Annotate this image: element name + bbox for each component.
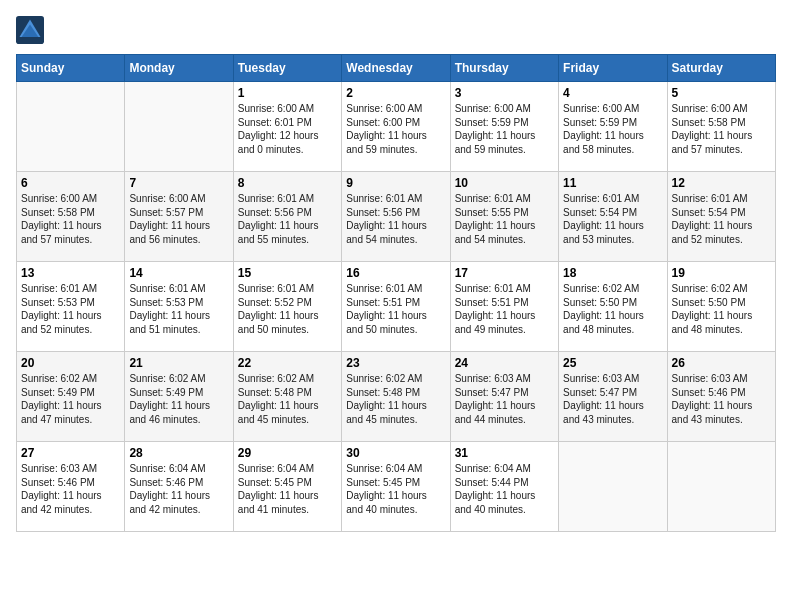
day-info: Sunrise: 6:00 AM Sunset: 5:58 PM Dayligh… [21, 192, 120, 246]
day-number: 6 [21, 176, 120, 190]
day-info: Sunrise: 6:04 AM Sunset: 5:45 PM Dayligh… [346, 462, 445, 516]
week-row-5: 27Sunrise: 6:03 AM Sunset: 5:46 PM Dayli… [17, 442, 776, 532]
week-row-1: 1Sunrise: 6:00 AM Sunset: 6:01 PM Daylig… [17, 82, 776, 172]
week-row-2: 6Sunrise: 6:00 AM Sunset: 5:58 PM Daylig… [17, 172, 776, 262]
week-row-4: 20Sunrise: 6:02 AM Sunset: 5:49 PM Dayli… [17, 352, 776, 442]
calendar-header-row: SundayMondayTuesdayWednesdayThursdayFrid… [17, 55, 776, 82]
calendar-cell: 6Sunrise: 6:00 AM Sunset: 5:58 PM Daylig… [17, 172, 125, 262]
calendar-cell: 4Sunrise: 6:00 AM Sunset: 5:59 PM Daylig… [559, 82, 667, 172]
day-number: 14 [129, 266, 228, 280]
day-info: Sunrise: 6:00 AM Sunset: 5:59 PM Dayligh… [563, 102, 662, 156]
day-number: 11 [563, 176, 662, 190]
day-number: 23 [346, 356, 445, 370]
day-info: Sunrise: 6:01 AM Sunset: 5:54 PM Dayligh… [563, 192, 662, 246]
day-info: Sunrise: 6:03 AM Sunset: 5:47 PM Dayligh… [563, 372, 662, 426]
calendar-cell [559, 442, 667, 532]
day-info: Sunrise: 6:01 AM Sunset: 5:56 PM Dayligh… [346, 192, 445, 246]
day-number: 30 [346, 446, 445, 460]
day-info: Sunrise: 6:02 AM Sunset: 5:49 PM Dayligh… [21, 372, 120, 426]
day-info: Sunrise: 6:00 AM Sunset: 5:57 PM Dayligh… [129, 192, 228, 246]
calendar-cell: 2Sunrise: 6:00 AM Sunset: 6:00 PM Daylig… [342, 82, 450, 172]
calendar-cell: 19Sunrise: 6:02 AM Sunset: 5:50 PM Dayli… [667, 262, 775, 352]
calendar-cell: 13Sunrise: 6:01 AM Sunset: 5:53 PM Dayli… [17, 262, 125, 352]
calendar-cell: 9Sunrise: 6:01 AM Sunset: 5:56 PM Daylig… [342, 172, 450, 262]
day-info: Sunrise: 6:01 AM Sunset: 5:53 PM Dayligh… [129, 282, 228, 336]
day-info: Sunrise: 6:02 AM Sunset: 5:49 PM Dayligh… [129, 372, 228, 426]
day-info: Sunrise: 6:03 AM Sunset: 5:46 PM Dayligh… [21, 462, 120, 516]
page-header [16, 16, 776, 44]
day-number: 4 [563, 86, 662, 100]
calendar-cell: 21Sunrise: 6:02 AM Sunset: 5:49 PM Dayli… [125, 352, 233, 442]
day-info: Sunrise: 6:01 AM Sunset: 5:51 PM Dayligh… [455, 282, 554, 336]
day-info: Sunrise: 6:01 AM Sunset: 5:55 PM Dayligh… [455, 192, 554, 246]
calendar-cell: 3Sunrise: 6:00 AM Sunset: 5:59 PM Daylig… [450, 82, 558, 172]
day-info: Sunrise: 6:04 AM Sunset: 5:46 PM Dayligh… [129, 462, 228, 516]
header-tuesday: Tuesday [233, 55, 341, 82]
day-info: Sunrise: 6:02 AM Sunset: 5:50 PM Dayligh… [563, 282, 662, 336]
day-number: 7 [129, 176, 228, 190]
day-info: Sunrise: 6:02 AM Sunset: 5:48 PM Dayligh… [346, 372, 445, 426]
day-number: 12 [672, 176, 771, 190]
day-info: Sunrise: 6:03 AM Sunset: 5:47 PM Dayligh… [455, 372, 554, 426]
day-info: Sunrise: 6:02 AM Sunset: 5:50 PM Dayligh… [672, 282, 771, 336]
header-friday: Friday [559, 55, 667, 82]
day-info: Sunrise: 6:04 AM Sunset: 5:44 PM Dayligh… [455, 462, 554, 516]
day-info: Sunrise: 6:01 AM Sunset: 5:56 PM Dayligh… [238, 192, 337, 246]
day-number: 17 [455, 266, 554, 280]
day-info: Sunrise: 6:00 AM Sunset: 5:58 PM Dayligh… [672, 102, 771, 156]
calendar-cell: 30Sunrise: 6:04 AM Sunset: 5:45 PM Dayli… [342, 442, 450, 532]
calendar-cell: 17Sunrise: 6:01 AM Sunset: 5:51 PM Dayli… [450, 262, 558, 352]
day-number: 19 [672, 266, 771, 280]
day-info: Sunrise: 6:01 AM Sunset: 5:51 PM Dayligh… [346, 282, 445, 336]
calendar-cell: 24Sunrise: 6:03 AM Sunset: 5:47 PM Dayli… [450, 352, 558, 442]
day-number: 2 [346, 86, 445, 100]
calendar-cell: 5Sunrise: 6:00 AM Sunset: 5:58 PM Daylig… [667, 82, 775, 172]
day-info: Sunrise: 6:01 AM Sunset: 5:52 PM Dayligh… [238, 282, 337, 336]
calendar-cell: 27Sunrise: 6:03 AM Sunset: 5:46 PM Dayli… [17, 442, 125, 532]
day-number: 18 [563, 266, 662, 280]
calendar-cell: 12Sunrise: 6:01 AM Sunset: 5:54 PM Dayli… [667, 172, 775, 262]
calendar-cell: 23Sunrise: 6:02 AM Sunset: 5:48 PM Dayli… [342, 352, 450, 442]
calendar-cell: 25Sunrise: 6:03 AM Sunset: 5:47 PM Dayli… [559, 352, 667, 442]
calendar-cell: 26Sunrise: 6:03 AM Sunset: 5:46 PM Dayli… [667, 352, 775, 442]
day-number: 24 [455, 356, 554, 370]
day-number: 28 [129, 446, 228, 460]
day-number: 22 [238, 356, 337, 370]
week-row-3: 13Sunrise: 6:01 AM Sunset: 5:53 PM Dayli… [17, 262, 776, 352]
calendar-cell: 1Sunrise: 6:00 AM Sunset: 6:01 PM Daylig… [233, 82, 341, 172]
day-info: Sunrise: 6:01 AM Sunset: 5:54 PM Dayligh… [672, 192, 771, 246]
calendar-cell: 20Sunrise: 6:02 AM Sunset: 5:49 PM Dayli… [17, 352, 125, 442]
day-number: 5 [672, 86, 771, 100]
header-wednesday: Wednesday [342, 55, 450, 82]
day-number: 25 [563, 356, 662, 370]
day-number: 26 [672, 356, 771, 370]
calendar-cell [125, 82, 233, 172]
calendar-cell: 7Sunrise: 6:00 AM Sunset: 5:57 PM Daylig… [125, 172, 233, 262]
day-number: 29 [238, 446, 337, 460]
day-number: 27 [21, 446, 120, 460]
header-monday: Monday [125, 55, 233, 82]
header-sunday: Sunday [17, 55, 125, 82]
logo-icon [16, 16, 44, 44]
calendar-cell: 8Sunrise: 6:01 AM Sunset: 5:56 PM Daylig… [233, 172, 341, 262]
day-number: 10 [455, 176, 554, 190]
calendar-cell: 18Sunrise: 6:02 AM Sunset: 5:50 PM Dayli… [559, 262, 667, 352]
day-info: Sunrise: 6:00 AM Sunset: 6:01 PM Dayligh… [238, 102, 337, 156]
day-number: 20 [21, 356, 120, 370]
day-number: 13 [21, 266, 120, 280]
day-number: 21 [129, 356, 228, 370]
calendar-cell: 15Sunrise: 6:01 AM Sunset: 5:52 PM Dayli… [233, 262, 341, 352]
calendar-cell: 28Sunrise: 6:04 AM Sunset: 5:46 PM Dayli… [125, 442, 233, 532]
calendar-table: SundayMondayTuesdayWednesdayThursdayFrid… [16, 54, 776, 532]
day-info: Sunrise: 6:00 AM Sunset: 6:00 PM Dayligh… [346, 102, 445, 156]
calendar-cell: 22Sunrise: 6:02 AM Sunset: 5:48 PM Dayli… [233, 352, 341, 442]
day-info: Sunrise: 6:00 AM Sunset: 5:59 PM Dayligh… [455, 102, 554, 156]
logo [16, 16, 48, 44]
day-info: Sunrise: 6:01 AM Sunset: 5:53 PM Dayligh… [21, 282, 120, 336]
day-info: Sunrise: 6:04 AM Sunset: 5:45 PM Dayligh… [238, 462, 337, 516]
calendar-cell [17, 82, 125, 172]
day-info: Sunrise: 6:03 AM Sunset: 5:46 PM Dayligh… [672, 372, 771, 426]
header-thursday: Thursday [450, 55, 558, 82]
calendar-cell: 16Sunrise: 6:01 AM Sunset: 5:51 PM Dayli… [342, 262, 450, 352]
day-number: 3 [455, 86, 554, 100]
